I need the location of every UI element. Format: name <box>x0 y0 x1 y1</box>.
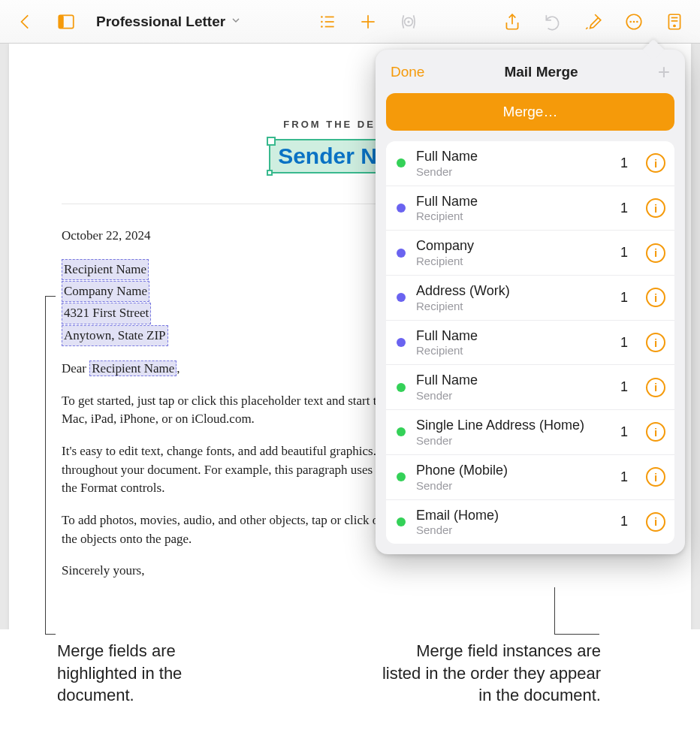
info-icon[interactable]: i <box>646 288 665 307</box>
svg-point-2 <box>321 16 323 18</box>
field-name: Company <box>416 238 610 254</box>
field-name: Phone (Mobile) <box>416 463 610 478</box>
svg-point-4 <box>321 20 323 23</box>
status-dot <box>397 158 406 167</box>
field-name: Full Name <box>416 328 610 344</box>
field-role: Recipient <box>416 255 610 267</box>
format-brush-icon[interactable] <box>575 6 611 38</box>
back-button[interactable] <box>8 6 44 38</box>
callout-right: Merge field instances are listed in the … <box>376 640 601 707</box>
field-role: Sender <box>416 434 610 447</box>
merge-field-recipient-name[interactable]: Recipient Name <box>62 259 149 280</box>
status-dot <box>397 427 406 436</box>
field-name: Address (Work) <box>416 283 610 299</box>
status-dot <box>397 204 406 213</box>
merge-field-row[interactable]: Full NameRecipient1i <box>386 321 674 366</box>
callouts: Merge fields are highlighted in the docu… <box>0 631 700 748</box>
field-count: 1 <box>620 335 628 351</box>
info-icon[interactable]: i <box>646 243 665 263</box>
svg-point-14 <box>633 20 635 23</box>
field-name: Full Name <box>416 149 610 164</box>
callout-leader <box>45 296 56 297</box>
field-role: Sender <box>416 165 610 178</box>
share-icon[interactable] <box>494 6 530 38</box>
merge-field-list: Full NameSender1iFull NameRecipient1iCom… <box>386 141 674 544</box>
field-count: 1 <box>620 379 628 395</box>
field-name: Single Line Address (Home) <box>416 418 610 433</box>
merge-field-row[interactable]: CompanyRecipient1i <box>386 231 674 276</box>
svg-point-13 <box>629 20 632 23</box>
field-count: 1 <box>620 424 628 440</box>
undo-icon[interactable] <box>535 6 571 38</box>
chevron-down-icon <box>230 14 242 30</box>
info-icon[interactable]: i <box>646 512 665 532</box>
field-name: Email (Home) <box>416 508 610 523</box>
info-icon[interactable]: i <box>646 198 665 218</box>
field-count: 1 <box>620 155 628 171</box>
info-icon[interactable]: i <box>646 153 665 173</box>
svg-point-6 <box>321 26 323 28</box>
svg-rect-1 <box>59 15 64 28</box>
field-role: Recipient <box>416 344 610 357</box>
field-count: 1 <box>620 201 628 216</box>
merge-button[interactable]: Merge… <box>386 93 674 131</box>
status-dot <box>397 383 406 392</box>
merge-field-city-state-zip[interactable]: Anytown, State ZIP <box>62 325 168 346</box>
merge-field-row[interactable]: Phone (Mobile)Sender1i <box>386 455 674 500</box>
field-role: Recipient <box>416 300 610 312</box>
svg-point-11 <box>407 20 409 23</box>
document-title-text: Professional Letter <box>96 14 225 30</box>
field-count: 1 <box>620 514 628 529</box>
merge-field-recipient-name-2[interactable]: Recipient Name <box>89 360 177 376</box>
status-dot <box>397 472 406 481</box>
merge-field-row[interactable]: Email (Home)Sender1i <box>386 500 674 544</box>
svg-point-19 <box>672 23 676 27</box>
field-name: Full Name <box>416 194 610 210</box>
merge-field-row[interactable]: Address (Work)Recipient1i <box>386 276 674 321</box>
info-icon[interactable]: i <box>646 467 665 487</box>
field-role: Sender <box>416 479 610 492</box>
callout-leader <box>45 296 46 634</box>
callout-leader <box>554 587 555 634</box>
merge-field-company[interactable]: Company Name <box>62 281 149 302</box>
closing-line: Sincerely yours, <box>62 562 638 581</box>
insert-icon[interactable] <box>350 6 386 38</box>
merge-field-row[interactable]: Full NameSender1i <box>386 141 674 186</box>
document-title[interactable]: Professional Letter <box>96 14 242 30</box>
status-dot <box>397 517 406 526</box>
document-options-icon[interactable] <box>656 6 692 38</box>
merge-field-row[interactable]: Full NameRecipient1i <box>386 186 674 231</box>
info-icon[interactable]: i <box>646 333 665 352</box>
list-view-icon[interactable] <box>309 6 345 38</box>
media-icon[interactable] <box>391 6 427 38</box>
svg-point-15 <box>636 20 638 23</box>
field-role: Recipient <box>416 210 610 222</box>
field-count: 1 <box>620 290 628 306</box>
sidebar-icon[interactable] <box>48 6 84 38</box>
field-count: 1 <box>620 245 628 261</box>
status-dot <box>397 338 406 347</box>
field-name: Full Name <box>416 372 610 388</box>
status-dot <box>397 293 406 302</box>
merge-field-row[interactable]: Single Line Address (Home)Sender1i <box>386 410 674 455</box>
mail-merge-popover: Done Mail Merge + Merge… Full NameSender… <box>376 50 685 554</box>
add-field-button[interactable]: + <box>658 62 670 83</box>
toolbar: Professional Letter <box>0 0 700 44</box>
merge-field-street[interactable]: 4321 First Street <box>62 303 151 324</box>
info-icon[interactable]: i <box>646 422 665 442</box>
callout-left: Merge fields are highlighted in the docu… <box>57 640 252 707</box>
field-role: Sender <box>416 389 610 402</box>
done-button[interactable]: Done <box>391 64 424 80</box>
field-count: 1 <box>620 469 628 485</box>
field-role: Sender <box>416 523 610 536</box>
more-icon[interactable] <box>616 6 652 38</box>
status-dot <box>397 249 406 258</box>
info-icon[interactable]: i <box>646 378 665 397</box>
merge-field-row[interactable]: Full NameSender1i <box>386 365 674 410</box>
popover-title: Mail Merge <box>504 64 578 80</box>
